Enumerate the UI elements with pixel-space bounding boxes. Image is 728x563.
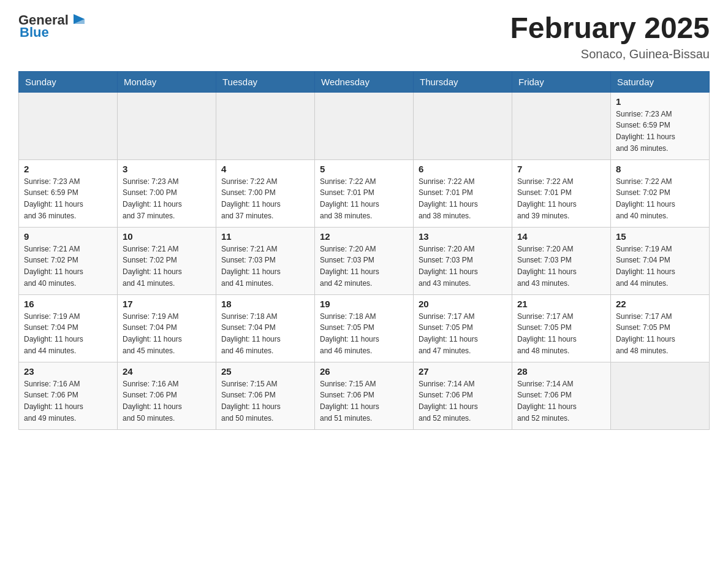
calendar-cell: 11Sunrise: 7:21 AMSunset: 7:03 PMDayligh…: [216, 227, 315, 294]
calendar-cell: 18Sunrise: 7:18 AMSunset: 7:04 PMDayligh…: [216, 294, 315, 362]
calendar-cell: 25Sunrise: 7:15 AMSunset: 7:06 PMDayligh…: [216, 362, 315, 429]
calendar-cell: 10Sunrise: 7:21 AMSunset: 7:02 PMDayligh…: [118, 227, 216, 294]
day-info: Sunrise: 7:21 AMSunset: 7:03 PMDaylight:…: [221, 243, 309, 289]
day-number: 7: [517, 164, 605, 174]
day-number: 24: [123, 366, 211, 377]
day-number: 9: [24, 231, 112, 242]
calendar-cell: [19, 92, 118, 159]
calendar-cell: 3Sunrise: 7:23 AMSunset: 7:00 PMDaylight…: [118, 159, 216, 227]
day-number: 1: [616, 96, 704, 107]
day-info: Sunrise: 7:19 AMSunset: 7:04 PMDaylight:…: [123, 311, 211, 356]
day-number: 5: [320, 164, 408, 174]
location-title: Sonaco, Guinea-Bissau: [510, 47, 710, 61]
day-number: 3: [123, 164, 211, 174]
calendar-cell: 9Sunrise: 7:21 AMSunset: 7:02 PMDaylight…: [19, 227, 118, 294]
weekday-header-tuesday: Tuesday: [216, 71, 315, 92]
day-number: 21: [517, 299, 605, 309]
day-info: Sunrise: 7:22 AMSunset: 7:00 PMDaylight:…: [221, 176, 309, 221]
logo: General Blue: [18, 12, 87, 40]
calendar-cell: 5Sunrise: 7:22 AMSunset: 7:01 PMDaylight…: [315, 159, 414, 227]
logo-flag-icon: [71, 13, 87, 26]
svg-marker-1: [74, 19, 85, 24]
day-number: 27: [419, 366, 507, 377]
calendar-cell: 4Sunrise: 7:22 AMSunset: 7:00 PMDaylight…: [216, 159, 315, 227]
day-info: Sunrise: 7:17 AMSunset: 7:05 PMDaylight:…: [517, 311, 605, 356]
day-number: 15: [616, 231, 704, 242]
calendar-cell: 17Sunrise: 7:19 AMSunset: 7:04 PMDayligh…: [118, 294, 216, 362]
weekday-header-friday: Friday: [512, 71, 611, 92]
day-info: Sunrise: 7:19 AMSunset: 7:04 PMDaylight:…: [24, 311, 112, 356]
day-info: Sunrise: 7:16 AMSunset: 7:06 PMDaylight:…: [123, 378, 211, 424]
day-number: 14: [517, 231, 605, 242]
day-info: Sunrise: 7:14 AMSunset: 7:06 PMDaylight:…: [419, 378, 507, 424]
day-info: Sunrise: 7:18 AMSunset: 7:04 PMDaylight:…: [221, 311, 309, 356]
weekday-header-thursday: Thursday: [414, 71, 512, 92]
day-info: Sunrise: 7:14 AMSunset: 7:06 PMDaylight:…: [517, 378, 605, 424]
calendar-cell: 8Sunrise: 7:22 AMSunset: 7:02 PMDaylight…: [611, 159, 710, 227]
month-title: February 2025: [510, 12, 710, 45]
day-number: 20: [419, 299, 507, 309]
day-info: Sunrise: 7:23 AMSunset: 6:59 PMDaylight:…: [24, 176, 112, 221]
day-info: Sunrise: 7:23 AMSunset: 7:00 PMDaylight:…: [123, 176, 211, 221]
day-number: 19: [320, 299, 408, 309]
calendar-cell: 12Sunrise: 7:20 AMSunset: 7:03 PMDayligh…: [315, 227, 414, 294]
day-info: Sunrise: 7:17 AMSunset: 7:05 PMDaylight:…: [616, 311, 704, 356]
day-info: Sunrise: 7:21 AMSunset: 7:02 PMDaylight:…: [24, 243, 112, 289]
day-info: Sunrise: 7:15 AMSunset: 7:06 PMDaylight:…: [221, 378, 309, 424]
calendar-cell: 20Sunrise: 7:17 AMSunset: 7:05 PMDayligh…: [414, 294, 512, 362]
day-info: Sunrise: 7:22 AMSunset: 7:02 PMDaylight:…: [616, 176, 704, 221]
weekday-header-monday: Monday: [118, 71, 216, 92]
day-number: 18: [221, 299, 309, 309]
calendar-cell: 2Sunrise: 7:23 AMSunset: 6:59 PMDaylight…: [19, 159, 118, 227]
week-row-5: 23Sunrise: 7:16 AMSunset: 7:06 PMDayligh…: [19, 362, 710, 429]
week-row-2: 2Sunrise: 7:23 AMSunset: 6:59 PMDaylight…: [19, 159, 710, 227]
day-info: Sunrise: 7:22 AMSunset: 7:01 PMDaylight:…: [419, 176, 507, 221]
day-number: 4: [221, 164, 309, 174]
day-number: 13: [419, 231, 507, 242]
calendar-table: SundayMondayTuesdayWednesdayThursdayFrid…: [18, 71, 710, 430]
title-block: February 2025 Sonaco, Guinea-Bissau: [510, 12, 710, 61]
calendar-cell: 27Sunrise: 7:14 AMSunset: 7:06 PMDayligh…: [414, 362, 512, 429]
calendar-cell: 7Sunrise: 7:22 AMSunset: 7:01 PMDaylight…: [512, 159, 611, 227]
week-row-3: 9Sunrise: 7:21 AMSunset: 7:02 PMDaylight…: [19, 227, 710, 294]
page-header: General Blue February 2025 Sonaco, Guine…: [18, 12, 710, 61]
day-info: Sunrise: 7:22 AMSunset: 7:01 PMDaylight:…: [517, 176, 605, 221]
calendar-cell: 24Sunrise: 7:16 AMSunset: 7:06 PMDayligh…: [118, 362, 216, 429]
day-info: Sunrise: 7:22 AMSunset: 7:01 PMDaylight:…: [320, 176, 408, 221]
day-info: Sunrise: 7:20 AMSunset: 7:03 PMDaylight:…: [517, 243, 605, 289]
calendar-cell: [118, 92, 216, 159]
day-number: 16: [24, 299, 112, 309]
day-number: 10: [123, 231, 211, 242]
calendar-cell: [611, 362, 710, 429]
day-number: 28: [517, 366, 605, 377]
day-number: 22: [616, 299, 704, 309]
day-info: Sunrise: 7:21 AMSunset: 7:02 PMDaylight:…: [123, 243, 211, 289]
weekday-header-row: SundayMondayTuesdayWednesdayThursdayFrid…: [19, 71, 710, 92]
logo-blue-text: Blue: [20, 25, 49, 40]
day-info: Sunrise: 7:20 AMSunset: 7:03 PMDaylight:…: [320, 243, 408, 289]
calendar-cell: 14Sunrise: 7:20 AMSunset: 7:03 PMDayligh…: [512, 227, 611, 294]
calendar-cell: 28Sunrise: 7:14 AMSunset: 7:06 PMDayligh…: [512, 362, 611, 429]
calendar-cell: 21Sunrise: 7:17 AMSunset: 7:05 PMDayligh…: [512, 294, 611, 362]
week-row-4: 16Sunrise: 7:19 AMSunset: 7:04 PMDayligh…: [19, 294, 710, 362]
day-number: 2: [24, 164, 112, 174]
day-number: 6: [419, 164, 507, 174]
day-number: 8: [616, 164, 704, 174]
day-number: 11: [221, 231, 309, 242]
day-info: Sunrise: 7:16 AMSunset: 7:06 PMDaylight:…: [24, 378, 112, 424]
day-number: 17: [123, 299, 211, 309]
calendar-cell: 6Sunrise: 7:22 AMSunset: 7:01 PMDaylight…: [414, 159, 512, 227]
calendar-cell: [216, 92, 315, 159]
calendar-cell: 13Sunrise: 7:20 AMSunset: 7:03 PMDayligh…: [414, 227, 512, 294]
day-info: Sunrise: 7:19 AMSunset: 7:04 PMDaylight:…: [616, 243, 704, 289]
calendar-cell: 26Sunrise: 7:15 AMSunset: 7:06 PMDayligh…: [315, 362, 414, 429]
weekday-header-wednesday: Wednesday: [315, 71, 414, 92]
day-number: 12: [320, 231, 408, 242]
calendar-cell: [315, 92, 414, 159]
calendar-cell: 16Sunrise: 7:19 AMSunset: 7:04 PMDayligh…: [19, 294, 118, 362]
week-row-1: 1Sunrise: 7:23 AMSunset: 6:59 PMDaylight…: [19, 92, 710, 159]
day-info: Sunrise: 7:23 AMSunset: 6:59 PMDaylight:…: [616, 109, 704, 154]
day-info: Sunrise: 7:15 AMSunset: 7:06 PMDaylight:…: [320, 378, 408, 424]
day-info: Sunrise: 7:17 AMSunset: 7:05 PMDaylight:…: [419, 311, 507, 356]
weekday-header-sunday: Sunday: [19, 71, 118, 92]
